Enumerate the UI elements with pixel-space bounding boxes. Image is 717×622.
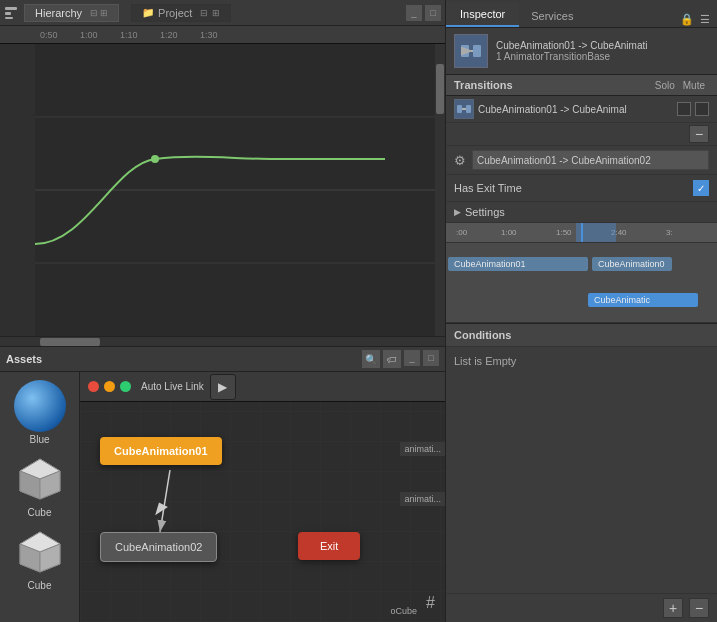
asset-cube-2[interactable]: Cube	[12, 524, 68, 593]
transitions-section-label: Transitions	[454, 79, 655, 91]
svg-rect-1	[5, 12, 11, 15]
traffic-light-red	[88, 381, 99, 392]
node-cubeanim02[interactable]: CubeAnimation02	[100, 532, 217, 562]
node-cubeanim01[interactable]: CubeAnimation01	[100, 437, 222, 465]
svg-rect-19	[473, 45, 481, 57]
sphere-thumb	[14, 380, 66, 432]
hierarchy-tab[interactable]: Hierarchy ⊟ ⊞	[24, 4, 119, 22]
solo-checkbox[interactable]	[677, 102, 691, 116]
anim-label-2: animati...	[400, 492, 445, 506]
conditions-empty: List is Empty	[454, 355, 516, 367]
ruler-mark-1: 1:00	[80, 30, 120, 40]
insp-ruler-mark-4: 3:	[666, 228, 673, 237]
anim-label-1: animati...	[400, 442, 445, 456]
insp-ruler-mark-1: 1:00	[501, 228, 517, 237]
inspector-title-line1: CubeAnimation01 -> CubeAnimati	[496, 40, 647, 51]
asset-blue-sphere[interactable]: Blue	[12, 378, 68, 447]
insp-ruler-mark-2: 1:50	[556, 228, 572, 237]
ruler-mark-2: 1:10	[120, 30, 160, 40]
ruler-mark-4: 1:30	[200, 30, 240, 40]
inspector-menu-icon[interactable]: ☰	[697, 11, 713, 27]
svg-rect-21	[457, 105, 462, 113]
mute-checkbox[interactable]	[695, 102, 709, 116]
assets-label: Assets	[6, 353, 42, 365]
settings-triangle: ▶	[454, 207, 461, 217]
ruler-mark-0: 0:50	[40, 30, 80, 40]
settings-label: Settings	[465, 206, 505, 218]
panel-minimize-btn[interactable]: _	[406, 5, 422, 21]
traffic-light-green	[120, 381, 131, 392]
transition-icon	[454, 34, 488, 68]
ocube-label: oCube	[390, 606, 417, 616]
auto-live-link-label: Auto Live Link	[141, 381, 204, 392]
insp-ruler-mark-0: :00	[456, 228, 467, 237]
transition-row-icon	[454, 99, 474, 119]
anim-block-row1: CubeAnimation01	[448, 257, 588, 271]
traffic-light-yellow	[104, 381, 115, 392]
transition-name: CubeAnimation01 -> CubeAnimal	[478, 104, 673, 115]
node-exit[interactable]: Exit	[298, 532, 360, 560]
transition-remove-btn[interactable]: −	[689, 125, 709, 143]
play-button[interactable]: ▶	[210, 374, 236, 400]
svg-rect-22	[466, 105, 471, 113]
conditions-remove-btn[interactable]: −	[689, 598, 709, 618]
asset-cube-1[interactable]: Cube	[12, 451, 68, 520]
anim-block-row2: CubeAnimatic	[588, 293, 698, 307]
anchor-icon: #	[426, 594, 435, 612]
assets-search-btn[interactable]: 🔍	[362, 350, 380, 368]
assets-minimize-btn[interactable]: _	[404, 350, 420, 366]
project-tab[interactable]: 📁 Project ⊟ ⊞	[131, 4, 231, 22]
hierarchy-tab-icons: ⊟ ⊞	[90, 8, 108, 18]
has-exit-time-label: Has Exit Time	[454, 182, 685, 194]
hierarchy-icon	[4, 6, 18, 20]
conditions-add-btn[interactable]: +	[663, 598, 683, 618]
project-icon: 📁	[142, 7, 154, 18]
anim-block-row1-right: CubeAnimation0	[592, 257, 672, 271]
assets-tag-btn[interactable]: 🏷	[383, 350, 401, 368]
svg-rect-0	[5, 7, 17, 10]
exit-time-checkbox[interactable]: ✓	[693, 180, 709, 196]
settings-row[interactable]: ▶ Settings	[446, 202, 717, 223]
asset-cube-2-label: Cube	[28, 580, 52, 591]
transition-gear-icon[interactable]: ⚙	[454, 153, 466, 168]
timeline-highlight	[576, 223, 616, 243]
conditions-header: Conditions	[454, 329, 511, 341]
solo-label: Solo	[655, 80, 675, 91]
assets-maximize-btn[interactable]: □	[423, 350, 439, 366]
inspector-title-line2: 1 AnimatorTransitionBase	[496, 51, 647, 62]
svg-rect-2	[5, 17, 13, 19]
ruler-mark-3: 1:20	[160, 30, 200, 40]
inspector-tab[interactable]: Inspector	[446, 3, 519, 27]
svg-point-6	[151, 155, 159, 163]
panel-maximize-btn[interactable]: □	[425, 5, 441, 21]
services-tab[interactable]: Services	[519, 5, 585, 27]
cube-2-thumb	[14, 526, 66, 578]
asset-blue-label: Blue	[29, 434, 49, 445]
asset-cube-1-label: Cube	[28, 507, 52, 518]
svg-rect-18	[461, 45, 469, 57]
mute-label: Mute	[683, 80, 705, 91]
cube-1-thumb	[14, 453, 66, 505]
gear-transition-name: CubeAnimation01 -> CubeAnimation02	[477, 155, 651, 166]
inspector-lock-icon[interactable]: 🔒	[679, 11, 695, 27]
